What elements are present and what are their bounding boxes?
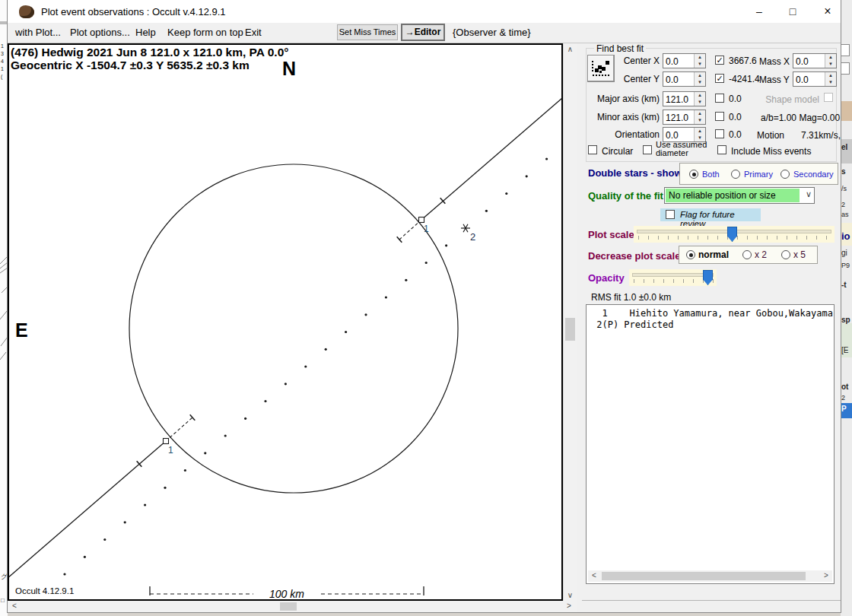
center-y-value[interactable]: 0.0 — [666, 75, 679, 85]
menu-keep-on-top[interactable]: Keep form on top — [167, 27, 243, 38]
mass-y-field[interactable]: 0.0 ▲▼ — [793, 71, 837, 87]
double-both-radio[interactable] — [689, 170, 698, 179]
menu-help[interactable]: Help — [135, 27, 156, 38]
double-both-label[interactable]: Both — [702, 170, 720, 179]
menu-with-plot[interactable]: with Plot... — [15, 27, 61, 38]
mass-x-label: Mass X — [759, 56, 790, 67]
right-fragment: [E — [841, 346, 848, 354]
fit-orientation-checkbox[interactable] — [715, 129, 724, 138]
right-fragment-box — [841, 44, 850, 56]
double-primary-label[interactable]: Primary — [744, 170, 773, 179]
observations-listbox[interactable]: 1 Hiehito Yamamura, near Gobou,Wakayama … — [586, 304, 835, 584]
major-axis-spinner[interactable]: ▲▼ — [694, 92, 705, 106]
predicted-marker-label: 2 — [470, 231, 475, 243]
fit-plot-icon-button[interactable] — [587, 55, 615, 82]
mass-y-spinner[interactable]: ▲▼ — [825, 72, 836, 86]
center-y-field[interactable]: 0.0 ▲▼ — [663, 71, 706, 87]
predicted-marker[interactable] — [461, 224, 470, 232]
center-x-field[interactable]: 0.0 ▲▼ — [663, 53, 706, 68]
minor-axis-spinner[interactable]: ▲▼ — [694, 110, 705, 124]
right-fragment: s — [841, 167, 846, 176]
vertical-scroll-thumb[interactable] — [565, 318, 575, 341]
flag-review-checkbox[interactable] — [666, 210, 675, 219]
plot-canvas[interactable]: 1 1 2 (476) Hedwig 2021 Jun 8 121.0 x 12… — [8, 43, 563, 601]
right-fragment: as — [841, 211, 849, 218]
fit-y-checkbox[interactable]: ✓ — [715, 74, 724, 83]
menu-plot-options[interactable]: Plot options... — [70, 27, 130, 38]
right-fragment: sp — [841, 316, 850, 324]
opacity-thumb[interactable] — [703, 270, 713, 285]
mass-x-value[interactable]: 0.0 — [796, 56, 809, 67]
chord1-solid-pre — [9, 441, 166, 578]
opacity-slider[interactable] — [629, 269, 717, 286]
orientation-value[interactable]: 0.0 — [666, 130, 679, 141]
scale-x5-radio[interactable] — [781, 250, 790, 259]
left-fragment: グ — [1, 572, 8, 582]
minimize-button[interactable]: – — [747, 3, 771, 20]
fit-x-checkbox[interactable]: ✓ — [715, 56, 724, 65]
menu-exit[interactable]: Exit — [245, 27, 262, 38]
scale-normal-radio[interactable] — [686, 250, 695, 259]
circular-checkbox[interactable] — [588, 145, 597, 154]
chevron-down-icon[interactable]: ∨ — [806, 189, 812, 199]
horizontal-scroll-thumb[interactable] — [280, 602, 297, 611]
major-axis-value[interactable]: 121.0 — [666, 94, 688, 105]
editor-button[interactable]: →Editor — [401, 24, 445, 41]
chord1-d-label: 1 — [168, 445, 173, 456]
close-button[interactable]: × — [815, 3, 840, 20]
decrease-scale-label: Decrease plot scale — [588, 250, 680, 262]
minor-axis-value[interactable]: 121.0 — [666, 113, 688, 123]
scroll-right-arrow[interactable]: > — [564, 602, 574, 610]
scroll-left-arrow[interactable]: < — [9, 602, 20, 610]
center-x-value[interactable]: 0.0 — [666, 56, 679, 67]
chord1-dashed-r — [399, 220, 421, 240]
scale-normal-label[interactable]: normal — [698, 249, 729, 260]
scale-x5-label[interactable]: x 5 — [793, 249, 806, 260]
quality-dropdown[interactable]: No reliable position or size ∨ — [664, 187, 815, 204]
double-secondary-label[interactable]: Secondary — [793, 170, 834, 179]
list-scroll-right-arrow[interactable]: > — [822, 571, 831, 579]
set-miss-times-button[interactable]: Set Miss Times — [337, 24, 398, 40]
plot-scale-thumb[interactable] — [727, 227, 737, 242]
title-bar: Plot event observations : Occult v.4.12.… — [8, 0, 841, 23]
minor-axis-label: Minor axis (km) — [586, 112, 660, 122]
center-x-spinner[interactable]: ▲▼ — [694, 54, 705, 68]
left-fragment-lines — [0, 247, 8, 361]
minor-axis-field[interactable]: 121.0 ▲▼ — [663, 110, 706, 125]
fit-major-checkbox[interactable] — [715, 94, 724, 103]
scale-x2-radio[interactable] — [742, 250, 752, 259]
major-axis-label: Major axis (km) — [586, 94, 660, 104]
ab-mag-label: a/b=1.00 Mag=0.00 — [761, 113, 840, 123]
major-axis-field[interactable]: 121.0 ▲▼ — [663, 91, 706, 106]
scroll-up-arrow[interactable]: ∧ — [564, 45, 577, 53]
quality-value[interactable]: No reliable position or size — [666, 189, 800, 202]
scale-x2-label[interactable]: x 2 — [755, 249, 767, 260]
observation-row[interactable]: 2(P) Predicted — [591, 319, 673, 331]
include-miss-checkbox[interactable] — [717, 145, 726, 154]
chord1-r-marker[interactable] — [419, 218, 424, 223]
motion-label: Motion — [757, 130, 784, 141]
mass-x-field[interactable]: 0.0 ▲▼ — [793, 53, 837, 68]
right-fragment: ot — [841, 383, 848, 391]
scroll-down-arrow[interactable]: ∨ — [564, 591, 577, 599]
chord1-r-label: 1 — [424, 224, 429, 234]
mass-y-value[interactable]: 0.0 — [796, 75, 809, 85]
double-secondary-radio[interactable] — [780, 170, 790, 179]
observation-row[interactable]: 1 Hiehito Yamamura, near Gobou,Wakayama — [591, 308, 833, 319]
list-horizontal-scrollbar[interactable]: < > — [588, 570, 832, 582]
right-fragment: 2 — [841, 201, 845, 208]
mass-x-spinner[interactable]: ▲▼ — [825, 54, 836, 68]
fit-x-value: 3667.6 — [729, 56, 757, 66]
use-assumed-checkbox[interactable] — [643, 145, 652, 154]
plot-scale-slider[interactable] — [634, 226, 835, 243]
orientation-label: Orientation — [586, 129, 660, 140]
fit-minor-checkbox[interactable] — [715, 112, 724, 121]
center-y-spinner[interactable]: ▲▼ — [694, 72, 705, 86]
list-scroll-left-arrow[interactable]: < — [590, 571, 599, 579]
list-scroll-thumb[interactable] — [602, 572, 806, 580]
plot-vertical-scrollbar[interactable]: ∧ ∨ — [563, 43, 577, 601]
double-primary-radio[interactable] — [731, 170, 740, 179]
plot-horizontal-scrollbar[interactable]: < > — [8, 601, 577, 612]
chord1-d-marker[interactable] — [164, 439, 169, 444]
maximize-button[interactable]: □ — [780, 3, 805, 20]
